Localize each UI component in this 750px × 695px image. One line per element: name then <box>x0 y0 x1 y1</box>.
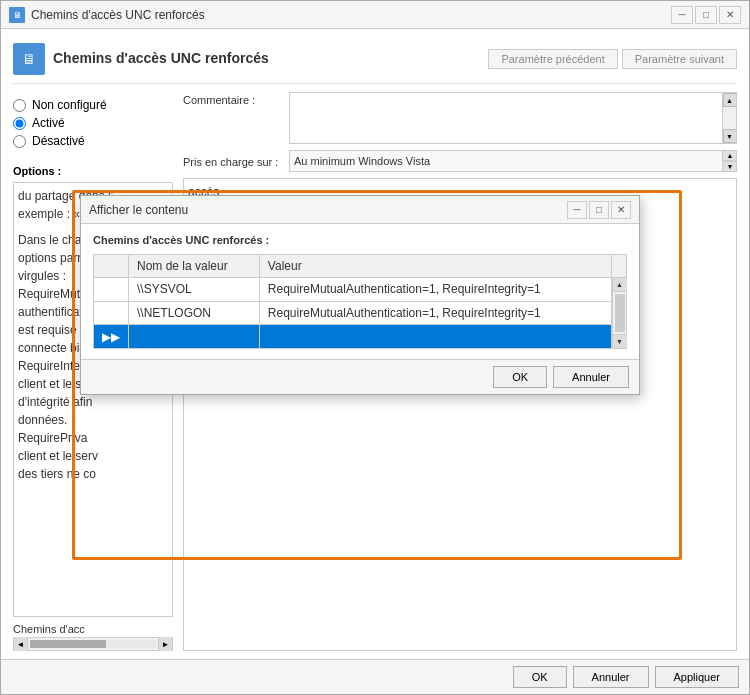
chemins-label: Chemins d'acc <box>13 623 173 635</box>
page-title: Chemins d'accès UNC renforcés <box>53 50 269 66</box>
window-icon: 🖥 <box>9 7 25 23</box>
cancel-button-main[interactable]: Annuler <box>573 666 649 688</box>
table-row[interactable]: \\NETLOGON RequireMutualAuthentication=1… <box>94 301 627 325</box>
col-header-scroll <box>612 255 627 278</box>
supported-scrollbar[interactable]: ▲ ▼ <box>722 151 736 171</box>
scroll-thumb-h <box>30 640 106 648</box>
supported-scroll-down[interactable]: ▼ <box>723 161 737 171</box>
radio-input-active[interactable] <box>13 117 26 130</box>
window-controls: ─ □ ✕ <box>671 6 741 24</box>
radio-label-active: Activé <box>32 116 65 130</box>
radio-active[interactable]: Activé <box>13 116 173 130</box>
supported-row: Pris en charge sur : Au minimum Windows … <box>183 150 737 172</box>
comment-area-wrapper: ▲ ▼ <box>289 92 737 144</box>
supported-scroll-up[interactable]: ▲ <box>723 151 737 161</box>
dialog-controls: ─ □ ✕ <box>567 201 631 219</box>
dialog-cancel-button[interactable]: Annuler <box>553 366 629 388</box>
close-button[interactable]: ✕ <box>719 6 741 24</box>
row-value-2[interactable]: RequireMutualAuthentication=1, RequireIn… <box>259 301 611 325</box>
scroll-track <box>30 640 156 648</box>
nav-buttons: Paramètre précédent Paramètre suivant <box>488 49 737 69</box>
dialog-maximize[interactable]: □ <box>589 201 609 219</box>
options-text-line15: RequirePriva <box>18 429 168 447</box>
radio-label-non-configure: Non configuré <box>32 98 107 112</box>
options-text-line14: données. <box>18 411 168 429</box>
scroll-left[interactable]: ◄ <box>14 637 28 651</box>
header-row: 🖥 Chemins d'accès UNC renforcés Paramètr… <box>13 37 737 84</box>
minimize-button[interactable]: ─ <box>671 6 693 24</box>
dialog-content: Chemins d'accès UNC renforcés : Nom de l… <box>81 224 639 359</box>
dialog-title: Afficher le contenu <box>89 203 188 217</box>
scroll-up-arrow[interactable]: ▲ <box>723 93 737 107</box>
next-button[interactable]: Paramètre suivant <box>622 49 737 69</box>
col-header-value: Valeur <box>259 255 611 278</box>
dialog-close[interactable]: ✕ <box>611 201 631 219</box>
table-scrollbar[interactable]: ▲ ▼ <box>612 278 627 349</box>
table-scroll-down[interactable]: ▼ <box>613 334 627 348</box>
col-header-empty <box>94 255 129 278</box>
dialog-section-title: Chemins d'accès UNC renforcés : <box>93 234 627 246</box>
prev-button[interactable]: Paramètre précédent <box>488 49 617 69</box>
radio-desactive[interactable]: Désactivé <box>13 134 173 148</box>
row-name-2[interactable]: \\NETLOGON <box>129 301 260 325</box>
comment-row: Commentaire : ▲ ▼ <box>183 92 737 144</box>
col-header-name: Nom de la valeur <box>129 255 260 278</box>
header-icon: 🖥 <box>13 43 45 75</box>
table-wrapper: Nom de la valeur Valeur \\SYSVOL Require… <box>93 254 627 349</box>
row-icon-1 <box>94 278 129 302</box>
data-table: Nom de la valeur Valeur \\SYSVOL Require… <box>93 254 627 349</box>
maximize-button[interactable]: □ <box>695 6 717 24</box>
header-row-content: Chemins d'accès UNC renforcés Paramètre … <box>53 49 737 69</box>
comment-textarea[interactable] <box>290 93 722 143</box>
table-scroll-up[interactable]: ▲ <box>613 278 627 292</box>
table-row[interactable]: \\SYSVOL RequireMutualAuthentication=1, … <box>94 278 627 302</box>
table-scroll-thumb <box>615 294 625 332</box>
scroll-right[interactable]: ► <box>158 637 172 651</box>
dialog-window: Afficher le contenu ─ □ ✕ Chemins d'accè… <box>80 195 640 395</box>
radio-input-non-configure[interactable] <box>13 99 26 112</box>
options-label: Options : <box>13 165 61 177</box>
dialog-bottom: OK Annuler <box>81 359 639 394</box>
title-bar-left: 🖥 Chemins d'accès UNC renforcés <box>9 7 205 23</box>
radio-non-configure[interactable]: Non configuré <box>13 98 173 112</box>
dialog-title-bar: Afficher le contenu ─ □ ✕ <box>81 196 639 224</box>
row-icon-3: ▶▶ <box>94 325 129 349</box>
supported-label: Pris en charge sur : <box>183 154 283 168</box>
radio-label-desactive: Désactivé <box>32 134 85 148</box>
row-value-3[interactable] <box>259 325 611 349</box>
horizontal-scrollbar[interactable]: ◄ ► <box>13 637 173 651</box>
supported-value-wrapper: Au minimum Windows Vista ▲ ▼ <box>289 150 737 172</box>
title-bar: 🖥 Chemins d'accès UNC renforcés ─ □ ✕ <box>1 1 749 29</box>
table-row-selected[interactable]: ▶▶ <box>94 325 627 349</box>
comment-scrollbar[interactable]: ▲ ▼ <box>722 93 736 143</box>
row-icon-2 <box>94 301 129 325</box>
options-text-line17: des tiers ne co <box>18 465 168 483</box>
options-text-line13: d'intégrité afin <box>18 393 168 411</box>
row-name-3[interactable] <box>129 325 260 349</box>
bottom-bar: OK Annuler Appliquer <box>1 659 749 694</box>
dialog-ok-button[interactable]: OK <box>493 366 547 388</box>
options-label-area: Options : <box>13 164 173 178</box>
comment-label: Commentaire : <box>183 92 283 106</box>
radio-section: Non configuré Activé Désactivé <box>13 92 173 154</box>
supported-value: Au minimum Windows Vista <box>290 155 722 167</box>
apply-button-main[interactable]: Appliquer <box>655 666 739 688</box>
row-name-1[interactable]: \\SYSVOL <box>129 278 260 302</box>
row-value-1[interactable]: RequireMutualAuthentication=1, RequireIn… <box>259 278 611 302</box>
scroll-down-arrow[interactable]: ▼ <box>723 129 737 143</box>
title-bar-text: Chemins d'accès UNC renforcés <box>31 8 205 22</box>
ok-button-main[interactable]: OK <box>513 666 567 688</box>
radio-input-desactive[interactable] <box>13 135 26 148</box>
dialog-minimize[interactable]: ─ <box>567 201 587 219</box>
options-text-line16: client et le serv <box>18 447 168 465</box>
